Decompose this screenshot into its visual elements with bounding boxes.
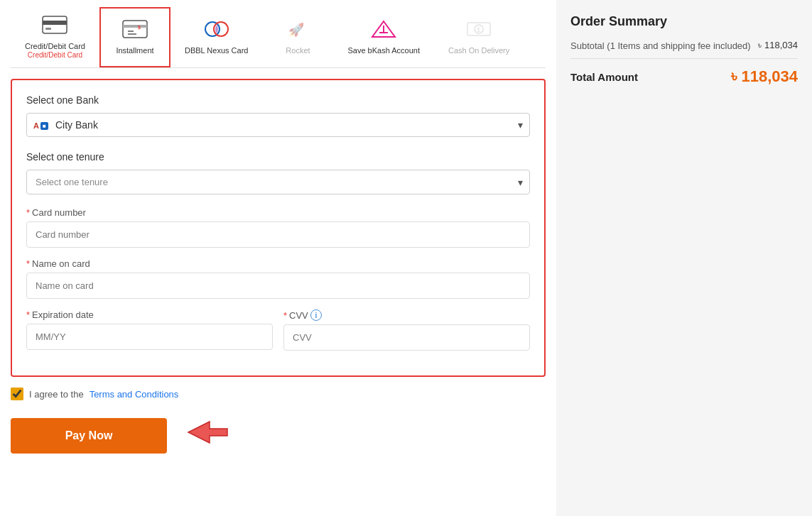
expiration-required: * <box>26 309 30 320</box>
select-tenure-label: Select one tenure <box>26 151 530 163</box>
card-number-required: * <box>26 207 30 218</box>
cvv-label: * CVV i <box>283 309 530 321</box>
total-row: Total Amount ৳ 118,034 <box>570 58 798 86</box>
pay-now-row: Pay Now <box>11 415 546 456</box>
arrow-pointing-icon <box>181 415 231 456</box>
card-number-group: * Card number <box>26 207 530 248</box>
svg-rect-3 <box>123 21 147 38</box>
installment-form-panel: Select one Bank A ■ City Bank Dutch Bang… <box>11 79 546 377</box>
tab-dbbl-nexus[interactable]: DBBL Nexus Card <box>170 7 262 67</box>
total-label: Total Amount <box>570 71 638 83</box>
order-summary-panel: Order Summary Subtotal (1 Items and ship… <box>556 0 812 516</box>
terms-text: I agree to the <box>29 389 84 400</box>
pay-now-button[interactable]: Pay Now <box>11 418 167 454</box>
svg-text:$: $ <box>477 26 480 33</box>
tab-bkash[interactable]: Save bKash Account <box>333 7 434 67</box>
svg-text:$: $ <box>138 25 141 31</box>
cvv-info-icon[interactable]: i <box>310 309 322 321</box>
svg-rect-1 <box>43 21 67 25</box>
tab-credit-debit[interactable]: Credit/Debit Card Credit/Debit Card <box>11 7 99 67</box>
select-bank-label: Select one Bank <box>26 94 530 106</box>
name-on-card-group: * Name on card <box>26 258 530 299</box>
subtotal-row: Subtotal (1 Items and shipping fee inclu… <box>570 40 798 51</box>
svg-rect-4 <box>123 25 147 28</box>
card-number-label: * Card number <box>26 207 530 218</box>
expiration-group: * Expiration date <box>26 309 273 351</box>
tab-bkash-label: Save bKash Account <box>347 45 420 55</box>
expiry-cvv-row: * Expiration date * CVV i <box>26 309 530 361</box>
expiration-input[interactable] <box>26 324 273 350</box>
order-summary-title: Order Summary <box>570 14 798 29</box>
tab-cod-label: Cash On Delivery <box>448 45 509 55</box>
name-on-card-input[interactable] <box>26 273 530 299</box>
name-on-card-required: * <box>26 258 30 269</box>
bank-logo: A ■ <box>33 119 48 131</box>
total-value: ৳ 118,034 <box>731 67 798 86</box>
svg-text:🚀: 🚀 <box>288 22 305 38</box>
terms-link[interactable]: Terms and Conditions <box>90 389 179 400</box>
tab-cod[interactable]: $ Cash On Delivery <box>434 7 524 67</box>
terms-checkbox[interactable] <box>11 388 23 400</box>
terms-row: I agree to the Terms and Conditions <box>11 388 546 400</box>
bkash-icon <box>371 20 396 43</box>
tenure-select[interactable]: Select one tenure 3 Months 6 Months 12 M… <box>26 170 530 194</box>
installment-icon: $ <box>122 20 148 43</box>
tab-rocket[interactable]: 🚀 Rocket <box>262 7 333 67</box>
subtotal-label: Subtotal (1 Items and shipping fee inclu… <box>570 40 751 51</box>
cvv-group: * CVV i <box>283 309 530 351</box>
svg-marker-17 <box>188 422 227 443</box>
tab-rocket-label: Rocket <box>286 45 310 55</box>
payment-tabs: Credit/Debit Card Credit/Debit Card $ In… <box>11 7 546 68</box>
rocket-icon: 🚀 <box>287 20 308 43</box>
bank-select[interactable]: City Bank Dutch Bangla Bank Brac Bank <box>26 113 530 137</box>
tab-installment[interactable]: $ Installment <box>99 7 170 67</box>
tab-credit-debit-sublabel: Credit/Debit Card <box>28 51 82 59</box>
expiration-label: * Expiration date <box>26 309 273 320</box>
tab-installment-label: Installment <box>116 45 153 55</box>
name-on-card-label: * Name on card <box>26 258 530 269</box>
cod-icon: $ <box>466 20 492 43</box>
cvv-required: * <box>283 310 287 321</box>
card-number-input[interactable] <box>26 221 530 248</box>
subtotal-value: ৳ 118,034 <box>758 40 798 51</box>
svg-rect-2 <box>45 28 51 30</box>
bank-select-wrapper: A ■ City Bank Dutch Bangla Bank Brac Ban… <box>26 113 530 137</box>
tenure-select-wrapper: Select one tenure 3 Months 6 Months 12 M… <box>26 170 530 194</box>
cvv-input[interactable] <box>283 324 530 351</box>
credit-card-icon <box>42 16 67 38</box>
tab-dbbl-label: DBBL Nexus Card <box>185 45 248 55</box>
tab-credit-debit-label: Credit/Debit Card <box>25 41 85 51</box>
dbbl-nexus-icon <box>202 20 231 43</box>
